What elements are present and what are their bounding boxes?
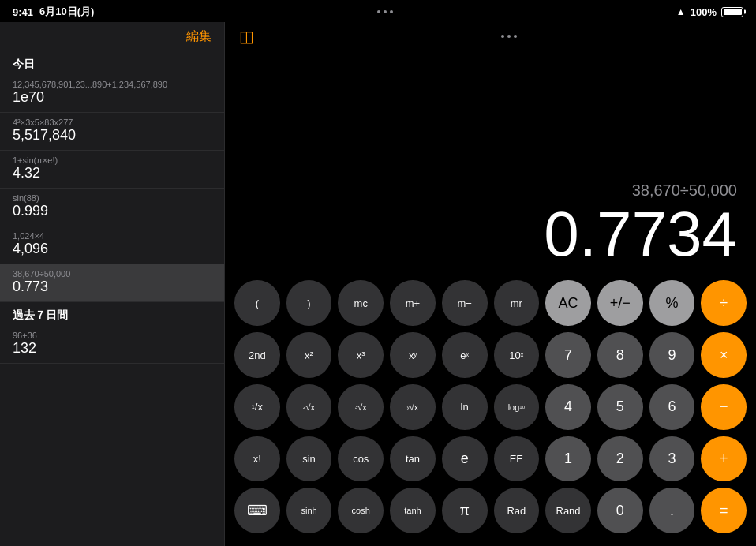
sidebar: 編集 今日 12,345,678,901,23...890+1,234,567,… — [0, 22, 225, 546]
history-item-active[interactable]: 38,670÷50,000 0.773 — [0, 264, 224, 302]
status-time: 9:41 — [13, 6, 33, 18]
log10-button[interactable]: log10 — [494, 384, 540, 430]
keyboard-button[interactable]: ⌨ — [234, 488, 280, 533]
dot2 — [384, 10, 387, 13]
square-root-button[interactable]: 2√x — [286, 384, 332, 430]
2nd-button[interactable]: 2nd — [234, 332, 280, 378]
history-item[interactable]: 4²×3x5×83x277 5,517,840 — [0, 113, 224, 151]
dot3 — [390, 10, 393, 13]
toolbar-dot2 — [507, 35, 511, 38]
e-const-button[interactable]: e — [442, 436, 488, 482]
sidebar-header: 編集 — [0, 22, 224, 51]
tan-button[interactable]: tan — [390, 436, 436, 482]
history-item[interactable]: 12,345,678,901,23...890+1,234,567,890 1e… — [0, 75, 224, 113]
wifi-icon: ▲ — [676, 6, 686, 17]
history-expr: 12,345,678,901,23...890+1,234,567,890 — [13, 80, 211, 89]
10-power-x-button[interactable]: 10x — [494, 332, 540, 378]
equals-button[interactable]: = — [701, 488, 747, 533]
history-expr: sin(88) — [13, 193, 211, 203]
x-cubed-button[interactable]: x³ — [338, 332, 384, 378]
history-item[interactable]: 96+36 132 — [0, 326, 224, 364]
y-root-button[interactable]: y√x — [390, 384, 436, 430]
edit-button[interactable]: 編集 — [186, 28, 211, 45]
ee-button[interactable]: EE — [494, 436, 540, 482]
multiply-button[interactable]: × — [701, 332, 747, 378]
display-area: 38,670÷50,000 0.7734 — [225, 54, 756, 274]
history-list: 今日 12,345,678,901,23...890+1,234,567,890… — [0, 51, 224, 546]
history-expr: 38,670÷50,000 — [13, 269, 211, 279]
main-content: 編集 今日 12,345,678,901,23...890+1,234,567,… — [0, 22, 756, 546]
4-button[interactable]: 4 — [545, 384, 591, 430]
5-button[interactable]: 5 — [597, 384, 643, 430]
cube-root-button[interactable]: 3√x — [338, 384, 384, 430]
calculator: ◫ 38,670÷50,000 0.7734 ( ) mc m+ m− mr A… — [225, 22, 756, 546]
sin-button[interactable]: sin — [286, 436, 332, 482]
cosh-button[interactable]: cosh — [338, 488, 384, 533]
3-button[interactable]: 3 — [649, 436, 695, 482]
history-expr: 4²×3x5×83x277 — [13, 118, 211, 127]
history-expr: 1,024×4 — [13, 231, 211, 241]
status-bar: 9:41 6月10日(月) ▲ 100% — [0, 0, 756, 22]
rad-button[interactable]: Rad — [494, 488, 540, 533]
week-section-label: 過去７日間 — [0, 302, 224, 326]
toolbar-dots — [271, 35, 747, 38]
close-paren-button[interactable]: ) — [286, 280, 332, 326]
plus-minus-button[interactable]: +/− — [597, 280, 643, 326]
x-power-y-button[interactable]: xy — [390, 332, 436, 378]
result-display: 0.7734 — [244, 203, 737, 266]
expression-display: 38,670÷50,000 — [244, 181, 737, 200]
rand-button[interactable]: Rand — [545, 488, 591, 533]
history-result: 4,096 — [13, 241, 211, 257]
history-item[interactable]: sin(88) 0.999 — [0, 189, 224, 226]
8-button[interactable]: 8 — [597, 332, 643, 378]
sinh-button[interactable]: sinh — [286, 488, 332, 533]
calc-toolbar: ◫ — [225, 22, 756, 54]
mc-button[interactable]: mc — [338, 280, 384, 326]
status-date: 6月10日(月) — [39, 5, 94, 19]
x-squared-button[interactable]: x² — [286, 332, 332, 378]
factorial-button[interactable]: x! — [234, 436, 280, 482]
0-button[interactable]: 0 — [597, 488, 643, 533]
history-result: 1e70 — [13, 89, 211, 106]
m-plus-button[interactable]: m+ — [390, 280, 436, 326]
mr-button[interactable]: mr — [494, 280, 540, 326]
history-item[interactable]: 1,024×4 4,096 — [0, 226, 224, 264]
history-expr: 96+36 — [13, 331, 211, 340]
ln-button[interactable]: ln — [442, 384, 488, 430]
battery-percent: 100% — [691, 6, 717, 18]
history-result: 4.32 — [13, 165, 211, 181]
6-button[interactable]: 6 — [649, 384, 695, 430]
9-button[interactable]: 9 — [649, 332, 695, 378]
m-minus-button[interactable]: m− — [442, 280, 488, 326]
battery-icon — [721, 7, 743, 17]
divide-button[interactable]: ÷ — [701, 280, 747, 326]
cos-button[interactable]: cos — [338, 436, 384, 482]
dot1 — [377, 10, 380, 13]
button-grid: ( ) mc m+ m− mr AC +/− % ÷ 2nd x² x³ xy … — [225, 274, 756, 546]
sidebar-toggle-button[interactable]: ◫ — [234, 25, 259, 47]
history-result: 132 — [13, 340, 211, 357]
history-result: 0.999 — [13, 203, 211, 219]
open-paren-button[interactable]: ( — [234, 280, 280, 326]
percent-button[interactable]: % — [649, 280, 695, 326]
7-button[interactable]: 7 — [545, 332, 591, 378]
decimal-button[interactable]: . — [649, 488, 695, 533]
1-button[interactable]: 1 — [545, 436, 591, 482]
ac-button[interactable]: AC — [545, 280, 591, 326]
today-section-label: 今日 — [0, 51, 224, 75]
toolbar-dot3 — [514, 35, 517, 38]
toolbar-dot1 — [501, 35, 504, 38]
history-result: 5,517,840 — [13, 127, 211, 144]
subtract-button[interactable]: − — [701, 384, 747, 430]
2-button[interactable]: 2 — [597, 436, 643, 482]
pi-button[interactable]: π — [442, 488, 488, 533]
history-item[interactable]: 1+sin(π×e!) 4.32 — [0, 151, 224, 189]
reciprocal-button[interactable]: 1/x — [234, 384, 280, 430]
tanh-button[interactable]: tanh — [390, 488, 436, 533]
add-button[interactable]: + — [701, 436, 747, 482]
e-power-x-button[interactable]: ex — [442, 332, 488, 378]
status-right: ▲ 100% — [676, 6, 743, 18]
battery-fill — [724, 9, 742, 15]
history-result: 0.773 — [13, 279, 211, 295]
history-expr: 1+sin(π×e!) — [13, 155, 211, 165]
